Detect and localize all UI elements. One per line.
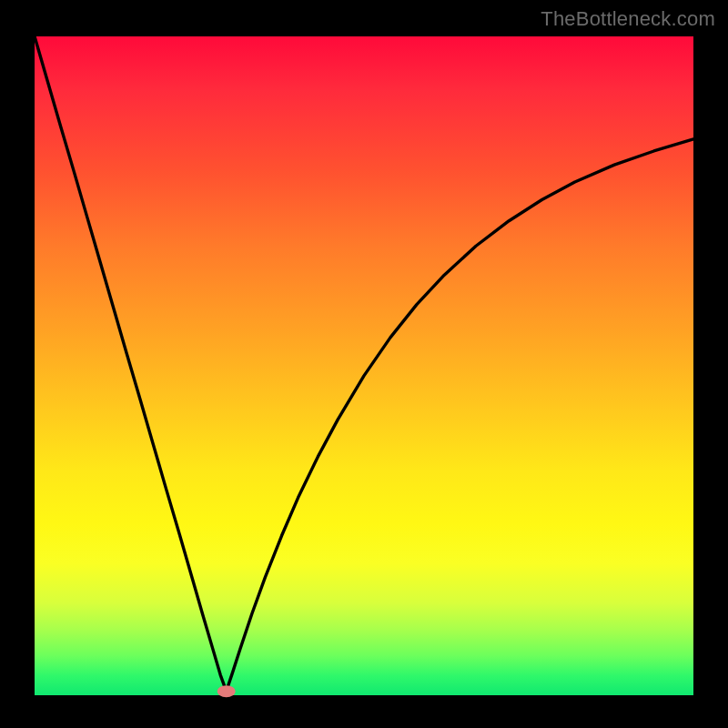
watermark-text: TheBottleneck.com bbox=[541, 7, 715, 31]
plot-area bbox=[35, 36, 693, 695]
chart-frame: TheBottleneck.com bbox=[0, 0, 728, 728]
curve-left-branch bbox=[35, 36, 227, 692]
curve-right-branch bbox=[227, 139, 693, 692]
minimum-marker bbox=[217, 685, 236, 697]
chart-svg bbox=[35, 36, 693, 695]
